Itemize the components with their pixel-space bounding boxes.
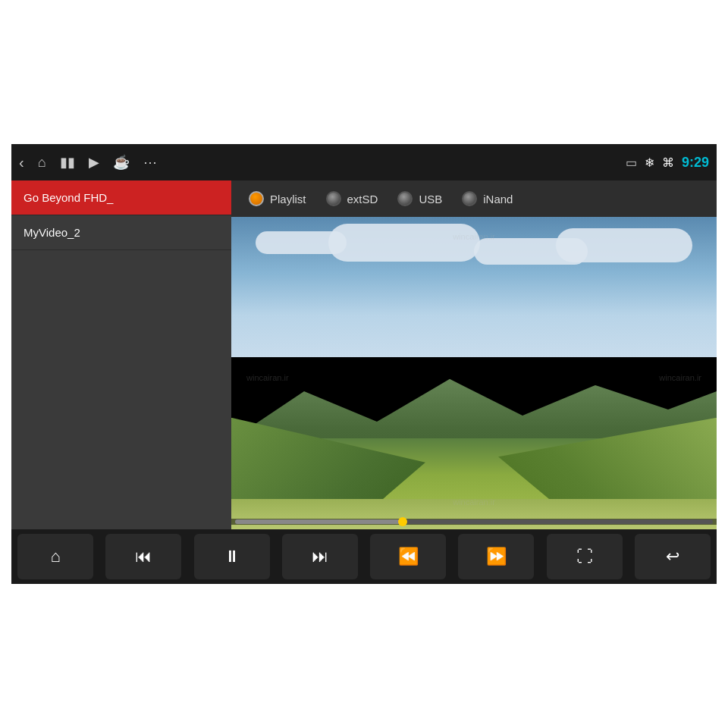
time-display: 9:29 [682, 155, 709, 171]
progress-bar-container[interactable] [231, 519, 717, 525]
return-icon: ↩ [666, 547, 679, 566]
home-icon: ⌂ [50, 547, 60, 566]
progress-bar-track [235, 519, 713, 524]
nav-icons: ‹ ⌂ ▮▮ ▶ ☕ ⋯ [19, 154, 626, 171]
playlist-label: Playlist [270, 193, 306, 206]
fullscreen-button[interactable]: ⛶ [547, 534, 623, 579]
fast-forward-button[interactable]: ⏩ [458, 534, 534, 579]
home-nav-icon[interactable]: ⌂ [38, 155, 46, 171]
playlist-dot [249, 191, 264, 206]
video-area: wincairan.ir wincairan.ir wincairan.ir w… [231, 217, 717, 529]
fullscreen-icon: ⛶ [576, 547, 593, 566]
device-frame: ‹ ⌂ ▮▮ ▶ ☕ ⋯ ▭ ❄ ⌘ 9:29 Go Beyond FHD_ M… [0, 0, 728, 728]
bag-nav-icon[interactable]: ☕ [113, 154, 130, 171]
previous-icon: ⏮ [135, 547, 152, 566]
rewind-button[interactable]: ⏪ [370, 534, 446, 579]
source-tabs: Playlist extSD USB iNand [231, 180, 717, 217]
progress-bar-fill [235, 519, 403, 524]
bluetooth-icon: ❄ [645, 155, 654, 170]
inand-label: iNand [483, 193, 513, 206]
cast-icon: ▭ [626, 155, 637, 170]
rewind-icon: ⏪ [398, 547, 419, 566]
cloud-2 [328, 224, 480, 262]
tab-inand[interactable]: iNand [456, 188, 519, 209]
back-nav-icon[interactable]: ‹ [19, 154, 24, 171]
inand-dot [462, 191, 477, 206]
extsd-dot [326, 191, 341, 206]
status-bar: ‹ ⌂ ▮▮ ▶ ☕ ⋯ ▭ ❄ ⌘ 9:29 [11, 144, 717, 180]
fast-forward-icon: ⏩ [486, 547, 507, 566]
progress-thumb[interactable] [398, 517, 407, 526]
recent-nav-icon[interactable]: ▮▮ [60, 154, 75, 171]
home-button[interactable]: ⌂ [17, 534, 93, 579]
status-right: ▭ ❄ ⌘ 9:29 [626, 155, 709, 171]
wifi-icon: ⌘ [662, 155, 674, 170]
next-button[interactable]: ⏭ [282, 534, 358, 579]
screen: ‹ ⌂ ▮▮ ▶ ☕ ⋯ ▭ ❄ ⌘ 9:29 Go Beyond FHD_ M… [11, 144, 717, 584]
extsd-label: extSD [347, 193, 378, 206]
more-nav-icon[interactable]: ⋯ [143, 154, 157, 171]
tab-playlist[interactable]: Playlist [243, 188, 312, 209]
usb-dot [397, 191, 413, 206]
video-thumbnail: wincairan.ir wincairan.ir wincairan.ir w… [231, 217, 717, 529]
main-content: Go Beyond FHD_ MyVideo_2 Playlist extSD [11, 180, 717, 529]
controls-bar: ⌂ ⏮ ⏸ ⏭ ⏪ ⏩ ⛶ ↩ [11, 529, 717, 584]
camera-nav-icon[interactable]: ▶ [89, 154, 99, 171]
usb-label: USB [419, 193, 442, 206]
next-icon: ⏭ [312, 547, 328, 566]
pause-icon: ⏸ [224, 547, 240, 566]
tab-usb[interactable]: USB [391, 188, 448, 209]
tab-extsd[interactable]: extSD [320, 188, 384, 209]
playlist-sidebar: Go Beyond FHD_ MyVideo_2 [11, 180, 231, 529]
previous-button[interactable]: ⏮ [105, 534, 181, 579]
mountains-bg [231, 326, 717, 529]
playlist-item-2[interactable]: MyVideo_2 [11, 215, 231, 250]
playlist-item-1[interactable]: Go Beyond FHD_ [11, 180, 231, 215]
cloud-4 [556, 228, 692, 262]
right-panel: Playlist extSD USB iNand [231, 180, 717, 529]
pause-button[interactable]: ⏸ [194, 534, 270, 579]
return-button[interactable]: ↩ [635, 534, 711, 579]
